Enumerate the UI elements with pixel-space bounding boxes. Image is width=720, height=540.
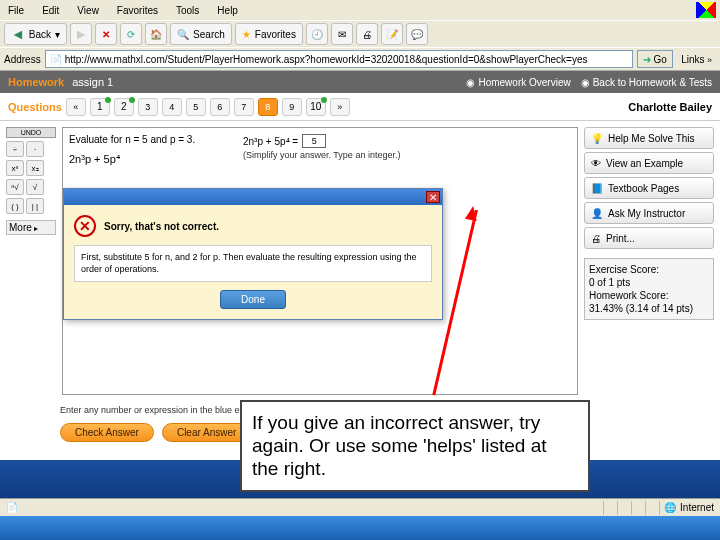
toolbar: ◄Back▾ ► ✕ ⟳ 🏠 🔍Search ★Favorites 🕘 ✉ 🖨 … bbox=[0, 20, 720, 47]
ask-instructor-button[interactable]: 👤Ask My Instructor bbox=[584, 202, 714, 224]
status-page-icon: 📄 bbox=[6, 502, 18, 513]
menu-view[interactable]: View bbox=[73, 3, 103, 18]
menubar: File Edit View Favorites Tools Help bbox=[0, 0, 720, 20]
favorites-button[interactable]: ★Favorites bbox=[235, 23, 303, 45]
search-button[interactable]: 🔍Search bbox=[170, 23, 232, 45]
palette-power[interactable]: xⁿ bbox=[6, 160, 24, 176]
callout-box: If you give an incorrect answer, try aga… bbox=[240, 400, 590, 492]
stop-button[interactable]: ✕ bbox=[95, 23, 117, 45]
view-example-button[interactable]: 👁View an Example bbox=[584, 152, 714, 174]
help-solve-button[interactable]: 💡Help Me Solve This bbox=[584, 127, 714, 149]
homework-label: Homework bbox=[8, 76, 64, 88]
prev-question-button[interactable]: « bbox=[66, 98, 86, 116]
status-cells bbox=[603, 501, 660, 515]
chevron-down-icon: ▾ bbox=[55, 29, 60, 40]
back-arrow-icon: ◄ bbox=[11, 26, 25, 42]
question-1[interactable]: 1 bbox=[90, 98, 110, 116]
assignment-name: assign 1 bbox=[72, 76, 113, 88]
menu-file[interactable]: File bbox=[4, 3, 28, 18]
palette-abs[interactable]: | | bbox=[26, 198, 44, 214]
discuss-icon: 💬 bbox=[411, 29, 423, 40]
home-icon: 🏠 bbox=[150, 29, 162, 40]
done-button[interactable]: Done bbox=[220, 290, 286, 309]
status-bar: 📄 🌐 Internet bbox=[0, 498, 720, 516]
star-icon: ★ bbox=[242, 29, 251, 40]
print-button-help[interactable]: 🖨Print... bbox=[584, 227, 714, 249]
answer-hint: (Simplify your answer. Type an integer.) bbox=[243, 150, 400, 160]
check-answer-button[interactable]: Check Answer bbox=[60, 423, 154, 442]
eye-icon: 👁 bbox=[591, 158, 601, 169]
print-icon: 🖨 bbox=[362, 29, 372, 40]
palette-sqrt[interactable]: √ bbox=[26, 179, 44, 195]
help-column: 💡Help Me Solve This 👁View an Example 📘Te… bbox=[584, 127, 714, 395]
palette-nroot[interactable]: ⁿ√ bbox=[6, 179, 24, 195]
more-button[interactable]: More ▸ bbox=[6, 220, 56, 235]
palette-paren[interactable]: ( ) bbox=[6, 198, 24, 214]
person-icon: 👤 bbox=[591, 208, 603, 219]
clear-answer-button[interactable]: Clear Answer bbox=[162, 423, 251, 442]
history-icon: 🕘 bbox=[311, 29, 323, 40]
palette-sub[interactable]: x₂ bbox=[26, 160, 44, 176]
question-3[interactable]: 3 bbox=[138, 98, 158, 116]
question-5[interactable]: 5 bbox=[186, 98, 206, 116]
address-input[interactable]: 📄http://www.mathxl.com/Student/PlayerHom… bbox=[45, 50, 633, 68]
go-button[interactable]: ➜Go bbox=[637, 50, 673, 68]
exercise-score-label: Exercise Score: bbox=[589, 263, 709, 276]
close-icon: ✕ bbox=[429, 192, 437, 203]
homework-overview-link[interactable]: ◉Homework Overview bbox=[466, 77, 570, 88]
home-button[interactable]: 🏠 bbox=[145, 23, 167, 45]
back-icon: ◉ bbox=[581, 77, 590, 88]
address-bar: Address 📄http://www.mathxl.com/Student/P… bbox=[0, 47, 720, 70]
search-icon: 🔍 bbox=[177, 29, 189, 40]
menu-edit[interactable]: Edit bbox=[38, 3, 63, 18]
undo-button[interactable]: UNDO bbox=[6, 127, 56, 138]
menu-help[interactable]: Help bbox=[213, 3, 242, 18]
textbook-button[interactable]: 📘Textbook Pages bbox=[584, 177, 714, 199]
edit-button[interactable]: 📝 bbox=[381, 23, 403, 45]
question-bar: Questions « 1 2 3 4 5 6 7 8 9 10 » Charl… bbox=[0, 93, 720, 121]
address-label: Address bbox=[4, 54, 41, 65]
answer-input[interactable]: 5 bbox=[302, 134, 326, 148]
next-question-button[interactable]: » bbox=[330, 98, 350, 116]
popup-message: Sorry, that's not correct. bbox=[104, 221, 219, 232]
browser-chrome: File Edit View Favorites Tools Help ◄Bac… bbox=[0, 0, 720, 71]
back-button[interactable]: ◄Back▾ bbox=[4, 23, 67, 45]
homework-score-value: 31.43% (3.14 of 14 pts) bbox=[589, 302, 709, 315]
answer-lhs: 2n³p + 5p⁴ = bbox=[243, 136, 298, 147]
go-arrow-icon: ➜ bbox=[643, 54, 651, 65]
question-4[interactable]: 4 bbox=[162, 98, 182, 116]
forward-arrow-icon: ► bbox=[74, 26, 88, 42]
question-10[interactable]: 10 bbox=[306, 98, 326, 116]
windows-flag-icon bbox=[696, 2, 716, 18]
question-6[interactable]: 6 bbox=[210, 98, 230, 116]
refresh-button[interactable]: ⟳ bbox=[120, 23, 142, 45]
answer-area: 2n³p + 5p⁴ = 5 (Simplify your answer. Ty… bbox=[243, 134, 400, 160]
internet-zone-icon: 🌐 bbox=[664, 502, 676, 513]
page-icon: 📄 bbox=[50, 54, 62, 65]
callout-arrowhead bbox=[465, 205, 479, 221]
back-to-tests-link[interactable]: ◉Back to Homework & Tests bbox=[581, 77, 712, 88]
error-icon: ✕ bbox=[74, 215, 96, 237]
print-button[interactable]: 🖨 bbox=[356, 23, 378, 45]
book-icon: 📘 bbox=[591, 183, 603, 194]
history-button[interactable]: 🕘 bbox=[306, 23, 328, 45]
links-label[interactable]: Links » bbox=[677, 54, 716, 65]
palette-dot[interactable]: · bbox=[26, 141, 44, 157]
homework-score-label: Homework Score: bbox=[589, 289, 709, 302]
menu-tools[interactable]: Tools bbox=[172, 3, 203, 18]
question-7[interactable]: 7 bbox=[234, 98, 254, 116]
popup-titlebar: ✕ bbox=[64, 189, 442, 205]
workspace: UNDO ÷· xⁿx₂ ⁿ√√ ( )| | More ▸ Evaluate … bbox=[0, 121, 720, 401]
question-8[interactable]: 8 bbox=[258, 98, 278, 116]
question-9[interactable]: 9 bbox=[282, 98, 302, 116]
discuss-button[interactable]: 💬 bbox=[406, 23, 428, 45]
menu-favorites[interactable]: Favorites bbox=[113, 3, 162, 18]
popup-close-button[interactable]: ✕ bbox=[426, 191, 440, 203]
palette-divide[interactable]: ÷ bbox=[6, 141, 24, 157]
forward-button[interactable]: ► bbox=[70, 23, 92, 45]
question-2[interactable]: 2 bbox=[114, 98, 134, 116]
mail-icon: ✉ bbox=[338, 29, 346, 40]
refresh-icon: ⟳ bbox=[127, 29, 135, 40]
mail-button[interactable]: ✉ bbox=[331, 23, 353, 45]
questions-label: Questions bbox=[8, 101, 62, 113]
